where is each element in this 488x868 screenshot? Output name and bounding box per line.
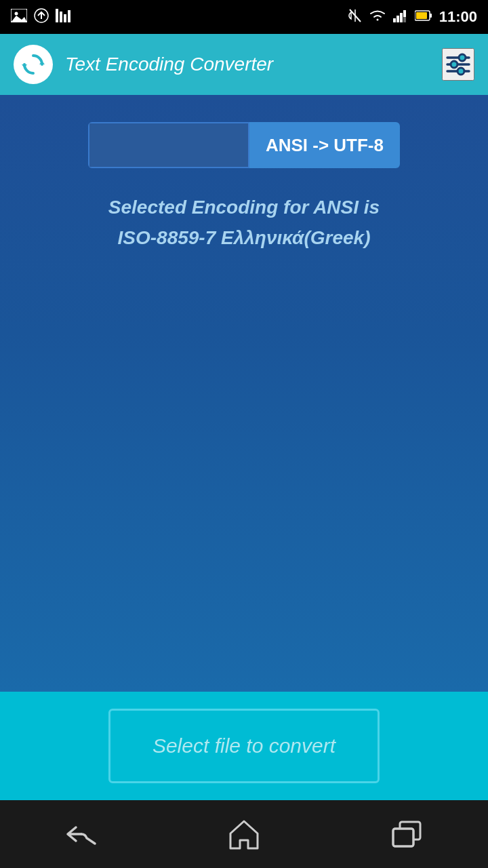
svg-rect-13 [403,10,406,17]
svg-rect-16 [416,12,427,19]
bars-icon [56,9,70,26]
svg-marker-2 [11,16,27,22]
main-content: ANSI -> UTF-8 Selected Encoding for ANSI… [0,95,488,692]
svg-rect-5 [60,12,62,22]
app-title: Text Encoding Converter [65,54,442,75]
signal-icon [393,9,408,26]
svg-rect-11 [400,13,403,22]
time-display: 11:00 [439,8,477,26]
status-bar: 11:00 [0,0,488,34]
recents-button[interactable] [380,814,434,854]
svg-rect-6 [64,14,66,22]
status-right-icons: 11:00 [348,8,477,26]
nav-bar [0,800,488,868]
status-left-icons [11,8,70,26]
conversion-type-button[interactable]: ANSI -> UTF-8 [249,122,400,168]
mute-icon [348,8,362,26]
gallery-icon [11,9,27,26]
encoding-line2: ISO-8859-7 Ελληνικά(Greek) [108,223,380,254]
battery-icon [415,9,432,25]
encoding-info: Selected Encoding for ANSI is ISO-8859-7… [108,193,380,254]
svg-point-20 [459,54,466,61]
encoding-line1: Selected Encoding for ANSI is [108,193,380,223]
settings-button[interactable] [442,48,474,81]
svg-point-24 [458,68,464,75]
wifi-icon [369,9,386,26]
back-button[interactable] [54,814,108,854]
select-file-button[interactable]: Select file to convert [108,709,380,783]
conversion-row[interactable]: ANSI -> UTF-8 [88,122,400,168]
svg-rect-9 [393,18,396,22]
home-button[interactable] [217,814,271,854]
conversion-input [88,122,249,168]
svg-rect-15 [430,14,432,18]
svg-rect-7 [68,10,70,22]
app-bar: Text Encoding Converter [0,34,488,95]
svg-point-22 [451,61,458,68]
bottom-bar: Select file to convert [0,692,488,800]
svg-rect-26 [393,829,413,846]
upload-icon [34,8,49,26]
svg-point-1 [15,12,18,15]
svg-rect-10 [396,16,399,22]
svg-rect-4 [56,9,58,22]
app-logo [14,45,53,84]
